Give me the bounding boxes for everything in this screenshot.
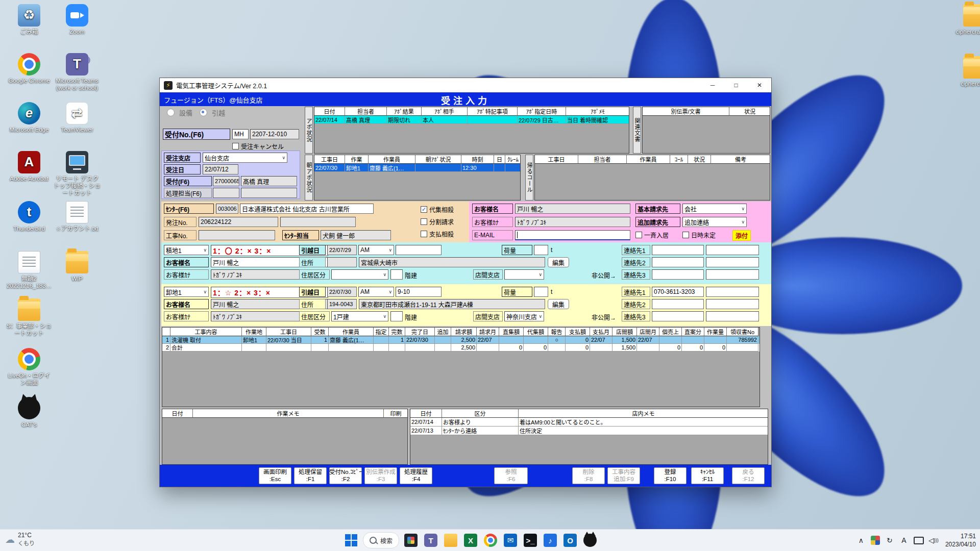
pickup-contact3-field[interactable] <box>652 269 704 280</box>
addl-billing-select[interactable]: 追加連絡 <box>682 217 747 227</box>
clock[interactable]: 17:51 2023/04/10 <box>945 532 976 548</box>
pickup-branch-select[interactable] <box>504 269 544 280</box>
desktop-icon-folder[interactable]: ciphercraft365 <box>951 4 980 36</box>
desktop-icon-acrobat[interactable]: AAdobe Acrobat <box>6 151 53 183</box>
tray-network-icon[interactable] <box>914 537 924 544</box>
pickup-addr-field[interactable]: 宮城県大崎市 <box>359 257 545 267</box>
dropoff-contact2-field2[interactable] <box>706 299 759 309</box>
radio-moving[interactable]: 引越 <box>200 109 225 116</box>
dropoff-date-field[interactable]: 22/07/30 <box>327 287 357 297</box>
pickup-ampm-select[interactable]: AM <box>358 245 394 255</box>
order-cancel-checkbox[interactable]: 受注キャンセル <box>232 142 284 150</box>
dropoff-ampm-select[interactable]: AM <box>358 287 394 297</box>
reception-no-prefix[interactable]: MH <box>232 129 249 139</box>
pickup-contact3-field2[interactable] <box>706 269 759 280</box>
footer-button-f2[interactable]: 受付No.ｺﾋﾟｰ:F2 <box>329 467 362 484</box>
taskbar-app-outlook-tb[interactable]: O <box>562 532 578 548</box>
desktop-icon-chrome[interactable]: Google Chrome <box>6 53 53 85</box>
issei-checkbox[interactable]: 一斉入居 <box>635 231 669 239</box>
taskbar-app-console-tb[interactable]: >_ <box>522 532 538 548</box>
footer-button-f11[interactable]: ｷｬﾝｾﾙ:F11 <box>691 467 724 484</box>
basic-billing-select[interactable]: 会社 <box>682 204 747 214</box>
tray-chevron-icon[interactable]: ∧ <box>856 536 866 545</box>
footer-button-f10[interactable]: 登録:F10 <box>654 467 687 484</box>
desktop-icon-thunderbird[interactable]: tThunderbird <box>6 201 53 233</box>
attachment-badge[interactable]: 添付 <box>732 230 751 241</box>
pickup-contact2-field2[interactable] <box>706 257 759 267</box>
taskbar-app-media-tb[interactable]: ♪ <box>542 532 558 548</box>
dropoff-branch-select[interactable]: 神奈川支店 <box>504 311 544 321</box>
pickup-postal-field[interactable] <box>327 257 357 267</box>
taskbar-app-excel-tb[interactable]: X <box>462 532 479 548</box>
minimize-button[interactable]: ─ <box>701 78 724 92</box>
dropoff-contact1-field2[interactable] <box>706 287 759 297</box>
bunkatsu-checkbox[interactable]: 分割請求 <box>421 218 454 226</box>
table-row[interactable]: 1洗濯機 取付卸地122/07/30 当日1齋藤 義広(1…122/07/302… <box>162 336 760 344</box>
customer-name-field[interactable]: 戸川 暢之 <box>515 204 630 214</box>
shiharai-checkbox[interactable]: 支払相殺 <box>421 230 454 238</box>
order-no-field[interactable]: 206224122 <box>199 217 278 227</box>
pickup-edit-button[interactable]: 編集 <box>548 257 569 267</box>
search-box[interactable]: 検索 <box>363 532 399 548</box>
footer-button-追加f9[interactable]: 工事内容追加:F9 <box>607 467 640 484</box>
table-row[interactable]: 22/07/30卸地1齋藤 義広(1…12:30 <box>314 164 520 172</box>
dropoff-time-field[interactable]: 9-10 <box>396 287 442 297</box>
close-button[interactable]: ✕ <box>748 78 771 92</box>
desktop-icon-zoom[interactable]: Zoom <box>54 4 101 36</box>
order-staff-name[interactable]: 髙橋 真理 <box>241 176 297 186</box>
center-staff-field[interactable]: 犬飼 健一郎 <box>321 230 391 240</box>
radio-equipment[interactable]: 設備 <box>167 109 192 116</box>
center-code-field[interactable]: 003006 <box>216 204 238 214</box>
order-date-field[interactable]: 22/07/12 <box>203 164 238 174</box>
pickup-date-field[interactable]: 22/07/29 <box>327 245 357 255</box>
pickup-selector[interactable]: 積地1 <box>164 245 209 255</box>
pickup-contact1-field[interactable] <box>652 245 704 255</box>
reception-no-value[interactable]: 2207-12-010 <box>250 129 299 139</box>
taskbar-app-cat-tb[interactable] <box>582 532 598 548</box>
pickup-house-select[interactable] <box>331 269 388 280</box>
desktop-icon-txt[interactable]: ☆アカウント.txt <box>54 201 101 233</box>
dropoff-floor-field[interactable] <box>390 311 403 321</box>
desktop-icon-teamviewer[interactable]: ⇄TeamViewer <box>54 102 101 134</box>
taskbar-app-folder-tb[interactable] <box>443 532 459 548</box>
radio-circle[interactable] <box>200 109 207 116</box>
nichiji-checkbox[interactable]: 日時未定 <box>682 231 716 239</box>
order-branch-select[interactable]: 仙台支店 <box>203 153 287 163</box>
radio-circle[interactable] <box>167 109 175 116</box>
desktop-icon-folder[interactable]: S：事業部・ショートカット <box>6 298 53 337</box>
start-button[interactable] <box>343 532 359 548</box>
taskbar-app-mail-tb[interactable]: ✉ <box>502 532 519 548</box>
desktop-icon-cat[interactable]: CAT's <box>6 397 53 429</box>
tray-app-icon[interactable] <box>871 536 880 545</box>
tray-volume-icon[interactable]: ◁))) <box>929 536 938 545</box>
table-row[interactable]: 22/07/14髙橋 真理期限切れ本人22/07/29 日古…当日 着時間確認 <box>314 116 629 124</box>
desktop-icon-folder[interactable]: ciphercraft <box>951 56 980 88</box>
taskbar-app-chrome-tb[interactable] <box>482 532 499 548</box>
footer-button-f3[interactable]: 別伝票作成:F3 <box>364 467 397 484</box>
dropoff-load-field[interactable] <box>534 287 548 297</box>
pickup-time-field[interactable] <box>396 245 442 255</box>
footer-button-f1[interactable]: 処理保留:F1 <box>294 467 327 484</box>
dropoff-edit-button[interactable]: 編集 <box>548 299 569 309</box>
dropoff-contact1-field[interactable]: 070-3611-3203 <box>652 287 704 297</box>
checkbox[interactable] <box>232 143 239 149</box>
desktop-icon-teams[interactable]: TMicrosoft Teams (work or school) <box>54 53 101 92</box>
handler-name[interactable] <box>241 188 297 198</box>
handler-code[interactable] <box>213 188 239 198</box>
dropoff-selector[interactable]: 卸地1 <box>164 287 209 297</box>
footer-button-f6[interactable]: 参照:F6 <box>494 467 528 484</box>
pickup-contact1-field2[interactable] <box>706 245 759 255</box>
table-row[interactable]: 2合計2,5000001,500000 <box>162 344 760 352</box>
table-row[interactable]: 22/07/14お客様より着はAM9:00と聞いてるとのこと。 <box>410 418 768 427</box>
desktop-icon-recycle-bin[interactable]: ♻ごみ箱 <box>6 4 53 36</box>
dropoff-contact3-field[interactable] <box>652 311 704 321</box>
tray-sync-icon[interactable]: ↻ <box>885 536 894 545</box>
order-staff-code[interactable]: 27000065 <box>213 176 239 186</box>
dropoff-contact2-field[interactable] <box>652 299 704 309</box>
email-field[interactable] <box>515 230 630 240</box>
koji-no-field[interactable] <box>199 230 275 240</box>
taskbar-app-photos[interactable] <box>403 532 419 548</box>
maximize-button[interactable]: □ <box>724 78 748 92</box>
tray-ime-icon[interactable]: A <box>899 536 909 545</box>
pickup-load-field[interactable] <box>534 245 548 255</box>
